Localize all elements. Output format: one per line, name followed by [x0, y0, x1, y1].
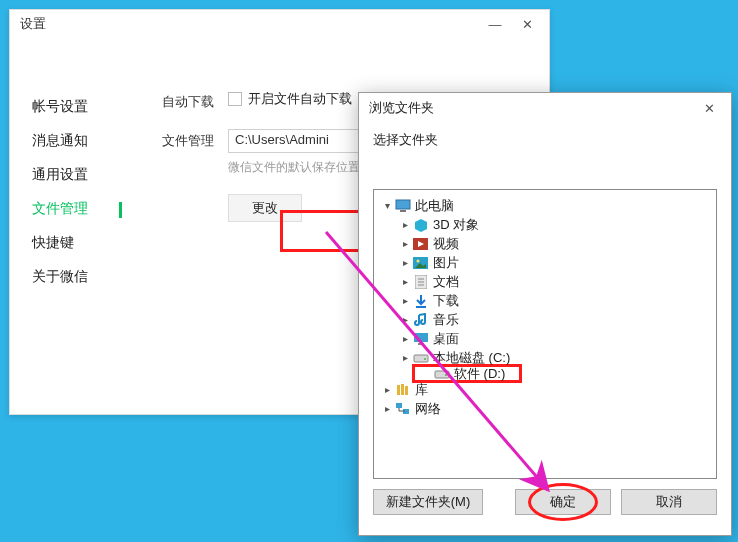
picture-icon	[412, 255, 429, 270]
svg-rect-20	[401, 384, 404, 395]
browse-subtitle: 选择文件夹	[359, 123, 731, 189]
browse-titlebar: 浏览文件夹 ✕	[359, 93, 731, 123]
chevron-right-icon[interactable]: ▸	[398, 238, 412, 249]
tree-item-label: 此电脑	[415, 197, 454, 215]
close-icon: ✕	[522, 17, 533, 32]
pc-icon	[394, 198, 411, 213]
settings-titlebar: 设置 — ✕	[10, 10, 549, 38]
svg-rect-13	[414, 333, 428, 342]
chevron-right-icon[interactable]: ▸	[398, 219, 412, 230]
tree-item[interactable]: ▸网络	[378, 399, 712, 418]
chevron-right-icon[interactable]: ▸	[398, 352, 412, 363]
sidebar-item-快捷键[interactable]: 快捷键	[10, 226, 122, 260]
chevron-right-icon[interactable]: ▸	[380, 403, 394, 414]
svg-point-16	[424, 358, 426, 360]
tree-item[interactable]: ▸库	[378, 380, 712, 399]
tree-item-label: 文档	[433, 273, 459, 291]
network-icon	[394, 401, 411, 416]
tree-item-label: 下载	[433, 292, 459, 310]
svg-marker-2	[415, 219, 427, 232]
chevron-down-icon[interactable]: ▾	[380, 200, 394, 211]
tree-item-label: 网络	[415, 400, 441, 418]
svg-rect-14	[418, 343, 424, 345]
change-folder-button[interactable]: 更改	[228, 194, 302, 222]
browse-close-button[interactable]: ✕	[693, 98, 725, 118]
tree-item[interactable]: ▸3D 对象	[378, 215, 712, 234]
svg-rect-0	[396, 200, 410, 209]
music-icon	[412, 312, 429, 327]
cancel-button[interactable]: 取消	[621, 489, 717, 515]
svg-rect-19	[397, 385, 400, 395]
tree-item[interactable]: ▸音乐	[378, 310, 712, 329]
tree-item[interactable]: ▸桌面	[378, 329, 712, 348]
3d-icon	[412, 217, 429, 232]
chevron-right-icon[interactable]: ▸	[380, 384, 394, 395]
tree-item-label: 软件 (D:)	[454, 365, 505, 383]
sidebar-item-帐号设置[interactable]: 帐号设置	[10, 90, 122, 124]
download-icon	[412, 293, 429, 308]
desktop-icon	[412, 331, 429, 346]
chevron-right-icon[interactable]: ▸	[398, 257, 412, 268]
tree-item-label: 视频	[433, 235, 459, 253]
tree-item-label: 音乐	[433, 311, 459, 329]
settings-sidebar: 帐号设置消息通知通用设置文件管理快捷键关于微信	[10, 38, 122, 414]
ok-button[interactable]: 确定	[515, 489, 611, 515]
checkbox-box-icon	[228, 92, 242, 106]
chevron-right-icon[interactable]: ▸	[398, 314, 412, 325]
minimize-icon: —	[489, 17, 502, 32]
svg-point-18	[445, 374, 447, 376]
auto-download-checkbox[interactable]: 开启文件自动下载	[228, 90, 352, 108]
sidebar-item-文件管理[interactable]: 文件管理	[10, 192, 122, 226]
tree-item-label: 3D 对象	[433, 216, 479, 234]
ok-button-label: 确定	[550, 493, 576, 511]
tree-item[interactable]: ▸本地磁盘 (C:)	[378, 348, 712, 367]
tree-item[interactable]: ▸图片	[378, 253, 712, 272]
auto-download-label: 自动下载	[162, 90, 228, 111]
chevron-right-icon[interactable]: ▸	[398, 295, 412, 306]
chevron-right-icon[interactable]: ▸	[398, 276, 412, 287]
tree-item-label: 图片	[433, 254, 459, 272]
sidebar-item-通用设置[interactable]: 通用设置	[10, 158, 122, 192]
tree-item[interactable]: ▸文档	[378, 272, 712, 291]
tree-item-label: 库	[415, 381, 428, 399]
tree-item[interactable]: ▸下载	[378, 291, 712, 310]
close-icon: ✕	[704, 101, 715, 116]
tree-item-label: 桌面	[433, 330, 459, 348]
new-folder-button[interactable]: 新建文件夹(M)	[373, 489, 483, 515]
svg-rect-12	[416, 306, 426, 308]
video-icon	[412, 236, 429, 251]
svg-rect-17	[435, 371, 449, 378]
settings-title: 设置	[20, 15, 46, 33]
svg-rect-1	[400, 210, 406, 212]
svg-point-6	[417, 259, 420, 262]
sidebar-item-关于微信[interactable]: 关于微信	[10, 260, 122, 294]
sidebar-item-消息通知[interactable]: 消息通知	[10, 124, 122, 158]
browse-folder-dialog: 浏览文件夹 ✕ 选择文件夹 ▾此电脑▸3D 对象▸视频▸图片▸文档▸下载▸音乐▸…	[358, 92, 732, 536]
file-manage-label: 文件管理	[162, 129, 228, 222]
doc-icon	[412, 274, 429, 289]
svg-rect-22	[396, 403, 402, 408]
drive-icon	[433, 366, 450, 381]
tree-item[interactable]: ▾此电脑	[378, 196, 712, 215]
tree-item[interactable]: ▸视频	[378, 234, 712, 253]
folder-tree[interactable]: ▾此电脑▸3D 对象▸视频▸图片▸文档▸下载▸音乐▸桌面▸本地磁盘 (C:)▸软…	[373, 189, 717, 479]
minimize-button[interactable]: —	[479, 14, 511, 34]
close-button[interactable]: ✕	[511, 14, 543, 34]
svg-rect-15	[414, 355, 428, 362]
auto-download-checkbox-label: 开启文件自动下载	[248, 90, 352, 108]
library-icon	[394, 382, 411, 397]
browse-title: 浏览文件夹	[369, 99, 434, 117]
chevron-right-icon[interactable]: ▸	[398, 333, 412, 344]
svg-rect-21	[405, 386, 408, 395]
drive-icon	[412, 350, 429, 365]
